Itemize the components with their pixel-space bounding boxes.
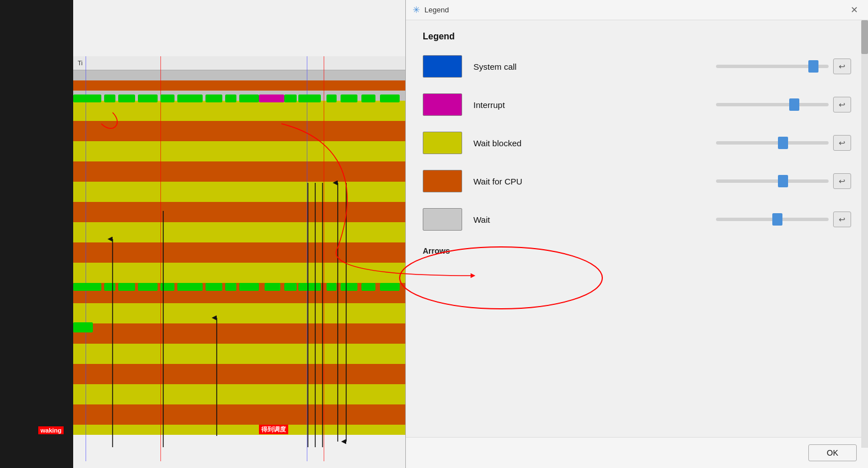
- vline-red-1: [160, 56, 161, 461]
- stripe-row-0: [73, 70, 405, 80]
- green-block-r2-10: [284, 283, 297, 291]
- stripe-row-29: [73, 364, 405, 374]
- legend-slider-area-wait: ↩: [716, 212, 851, 227]
- label-scheduling: 得到调度: [259, 425, 288, 434]
- green-block-r2-8: [239, 283, 259, 291]
- legend-label-wait: Wait: [473, 215, 716, 224]
- stripe-row-19: [73, 263, 405, 273]
- legend-heading: Legend: [423, 32, 851, 42]
- legend-reset-system-call[interactable]: ↩: [833, 58, 851, 74]
- legend-reset-wait-blocked[interactable]: ↩: [833, 135, 851, 151]
- stripe-row-10: [73, 172, 405, 182]
- timeline-area: Ti waking 得到调度: [0, 0, 405, 468]
- green-block-r1-1: [104, 94, 115, 102]
- legend-reset-wait-for-cpu[interactable]: ↩: [833, 173, 851, 189]
- green-block-r1-11: [298, 94, 321, 102]
- vline-blue-1: [86, 56, 86, 461]
- legend-titlebar: ✳ Legend ✕: [406, 0, 868, 20]
- green-block-r2-0: [73, 283, 101, 291]
- green-block-r1-5: [177, 94, 203, 102]
- stripe-row-30: [73, 374, 405, 384]
- legend-slider-area-wait-for-cpu: ↩: [716, 173, 851, 189]
- green-block-r1-13: [341, 94, 357, 102]
- green-block-r1-12: [326, 94, 337, 102]
- legend-label-wait-for-cpu: Wait for CPU: [473, 177, 716, 186]
- green-block-r2-1: [104, 283, 115, 291]
- legend-slider-system-call[interactable]: [716, 65, 829, 68]
- legend-slider-thumb-system-call[interactable]: [808, 60, 818, 73]
- legend-slider-wait-for-cpu[interactable]: [716, 179, 829, 183]
- stripe-row-23: [73, 303, 405, 313]
- stripe-row-5: [73, 121, 405, 131]
- green-blocks-row2: [73, 283, 405, 291]
- stripe-row-27: [73, 344, 405, 354]
- legend-slider-area-interrupt: ↩: [716, 97, 851, 112]
- stripe-row-34: [73, 415, 405, 425]
- stripe-row-12: [73, 192, 405, 202]
- ok-button[interactable]: OK: [808, 444, 857, 461]
- green-blocks-row1: [73, 94, 405, 102]
- legend-slider-interrupt[interactable]: [716, 103, 829, 106]
- stripe-row-18: [73, 253, 405, 263]
- stripe-row-35: [73, 425, 405, 435]
- stripe-row-26: [73, 334, 405, 344]
- stripe-row-8: [73, 151, 405, 161]
- stripe-row-11: [73, 182, 405, 192]
- legend-scrollbar-thumb[interactable]: [861, 20, 868, 54]
- legend-label-system-call: System call: [473, 62, 716, 71]
- stripe-row-7: [73, 141, 405, 151]
- legend-label-interrupt: Interrupt: [473, 100, 716, 110]
- green-block-r2-11: [298, 283, 321, 291]
- green-block-r2-3: [138, 283, 158, 291]
- green-block-r2-9: [265, 283, 280, 291]
- legend-title-icon: ✳: [413, 4, 420, 15]
- legend-reset-interrupt[interactable]: ↩: [833, 97, 851, 112]
- legend-content: Legend System call ↩ Interrupt ↩: [406, 20, 868, 437]
- green-block-r2-7: [225, 283, 236, 291]
- green-block-r2-15: [380, 283, 400, 291]
- legend-swatch-system-call: [423, 55, 462, 78]
- legend-close-button[interactable]: ✕: [847, 3, 861, 16]
- stripe-row-28: [73, 354, 405, 364]
- green-block-r1-14: [361, 94, 375, 102]
- green-block-r3: [73, 322, 93, 332]
- legend-reset-wait[interactable]: ↩: [833, 212, 851, 227]
- legend-slider-wait-blocked[interactable]: [716, 141, 829, 145]
- vline-red-2: [324, 56, 324, 461]
- stripe-row-20: [73, 273, 405, 283]
- timeline-stripes: [73, 70, 405, 442]
- legend-slider-thumb-interrupt[interactable]: [789, 98, 799, 111]
- legend-label-wait-blocked: Wait blocked: [473, 138, 716, 148]
- stripe-row-4: [73, 111, 405, 121]
- legend-swatch-wait-blocked: [423, 132, 462, 154]
- legend-swatch-wait: [423, 208, 462, 231]
- legend-slider-thumb-wait[interactable]: [772, 213, 782, 226]
- green-blocks-row3: [73, 322, 93, 332]
- legend-swatch-interrupt: [423, 93, 462, 116]
- legend-dialog: ✳ Legend ✕ Legend System call ↩ Interrup…: [405, 0, 868, 468]
- legend-title-text: Legend: [424, 6, 843, 14]
- stripe-row-31: [73, 384, 405, 394]
- stripe-row-6: [73, 131, 405, 141]
- legend-scrollbar[interactable]: [861, 20, 868, 448]
- legend-row-wait-for-cpu: Wait for CPU ↩: [423, 170, 851, 192]
- stripe-row-24: [73, 313, 405, 323]
- stripe-row-16: [73, 232, 405, 242]
- legend-slider-wait[interactable]: [716, 218, 829, 221]
- green-block-r1-6: [205, 94, 222, 102]
- stripe-row-1: [73, 80, 405, 91]
- stripe-row-17: [73, 242, 405, 253]
- stripe-row-33: [73, 404, 405, 415]
- green-block-r1-0: [73, 94, 101, 102]
- green-block-r2-5: [177, 283, 203, 291]
- legend-footer: OK: [406, 437, 868, 468]
- stripe-row-15: [73, 222, 405, 232]
- legend-swatch-wait-for-cpu: [423, 170, 462, 192]
- stripe-row-22: [73, 293, 405, 303]
- legend-slider-thumb-wait-for-cpu[interactable]: [778, 175, 788, 187]
- magenta-block: [259, 94, 284, 102]
- green-block-r2-12: [326, 283, 337, 291]
- legend-slider-thumb-wait-blocked[interactable]: [778, 137, 788, 149]
- legend-slider-area-wait-blocked: ↩: [716, 135, 851, 151]
- green-block-r2-13: [341, 283, 357, 291]
